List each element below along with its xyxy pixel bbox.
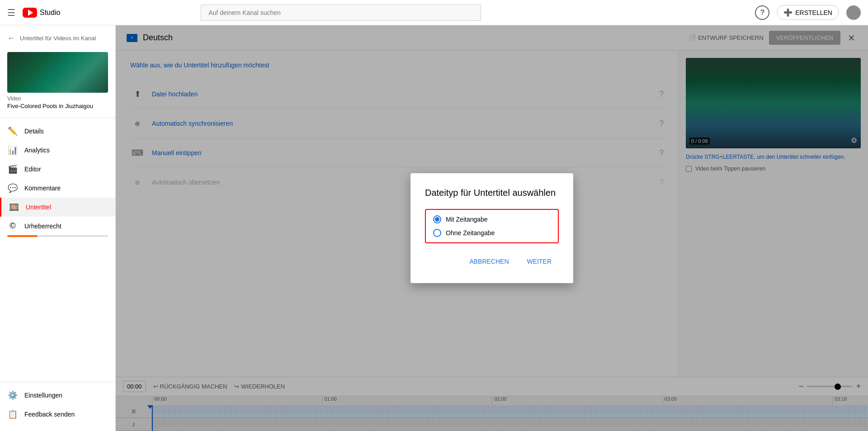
sidebar-progress-bar	[7, 235, 108, 237]
sidebar-progress-fill	[7, 235, 38, 237]
modal-dialog: Dateityp für Untertitel auswählen Mit Ze…	[410, 173, 573, 283]
sidebar-item-analytics[interactable]: 📊 Analytics	[0, 141, 115, 160]
modal-options-box: Mit Zeitangabe Ohne Zeitangabe	[425, 209, 559, 243]
sidebar: ← Untertitel für Videos im Kanal Video F…	[0, 25, 116, 431]
sidebar-item-label-urheberrecht: Urheberrecht	[24, 223, 61, 230]
urheberrecht-icon: ©️	[7, 221, 18, 231]
untertitel-icon: 🎞️	[9, 202, 19, 212]
sidebar-back-label: Untertitel für Videos im Kanal	[20, 35, 96, 42]
radio-mit-zeitangabe[interactable]: Mit Zeitangabe	[433, 215, 551, 223]
create-button[interactable]: ➕ ERSTELLEN	[777, 5, 839, 20]
radio-ohne-label: Ohne Zeitangabe	[446, 229, 495, 237]
sidebar-item-untertitel[interactable]: 🎞️ Untertitel	[0, 198, 115, 217]
back-arrow-icon: ←	[7, 33, 15, 43]
avatar[interactable]	[846, 5, 861, 20]
confirm-button[interactable]: WEITER	[520, 254, 559, 269]
sidebar-video-info: Video Five-Colored Pools in Jiuzhaigou	[0, 47, 115, 114]
sidebar-back-button[interactable]: ← Untertitel für Videos im Kanal	[0, 29, 115, 47]
radio-mit-circle	[433, 215, 441, 223]
radio-mit-inner	[435, 217, 439, 222]
modal-footer: ABBRECHEN WEITER	[425, 254, 559, 269]
sidebar-video-title: Five-Colored Pools in Jiuzhaigou	[7, 103, 108, 109]
sidebar-item-label-kommentare: Kommentare	[24, 185, 61, 192]
sidebar-item-label-editor: Editor	[24, 166, 41, 173]
radio-ohne-zeitangabe[interactable]: Ohne Zeitangabe	[433, 229, 551, 237]
radio-ohne-circle	[433, 229, 441, 237]
cancel-button[interactable]: ABBRECHEN	[462, 254, 516, 269]
sidebar-item-editor[interactable]: 🎬 Editor	[0, 160, 115, 179]
sidebar-item-label-untertitel: Untertitel	[26, 204, 51, 211]
sidebar-bottom: ⚙️ Einstellungen 📋 Feedback senden	[0, 382, 115, 427]
youtube-icon	[23, 8, 37, 18]
sidebar-item-kommentare[interactable]: 💬 Kommentare	[0, 179, 115, 198]
modal-overlay: Dateityp für Untertitel auswählen Mit Ze…	[116, 25, 868, 431]
sidebar-item-details[interactable]: ✏️ Details	[0, 122, 115, 141]
sidebar-thumbnail	[7, 52, 108, 93]
search-container	[201, 5, 481, 21]
sidebar-video-label: Video	[7, 95, 108, 102]
analytics-icon: 📊	[7, 145, 18, 155]
hamburger-icon[interactable]: ☰	[7, 7, 15, 18]
sidebar-item-label-details: Details	[24, 128, 44, 135]
search-input[interactable]	[201, 5, 481, 21]
nav-right: ? ➕ ERSTELLEN	[755, 5, 861, 20]
layout: ← Untertitel für Videos im Kanal Video F…	[0, 25, 868, 431]
sidebar-item-einstellungen[interactable]: ⚙️ Einstellungen	[0, 386, 115, 405]
feedback-icon: 📋	[7, 409, 18, 419]
radio-mit-label: Mit Zeitangabe	[446, 216, 488, 223]
details-icon: ✏️	[7, 126, 18, 136]
sidebar-item-label-einstellungen: Einstellungen	[24, 392, 62, 399]
create-label: ERSTELLEN	[795, 9, 832, 16]
sidebar-item-label-feedback: Feedback senden	[24, 411, 75, 418]
sidebar-item-urheberrecht[interactable]: ©️ Urheberrecht	[0, 217, 115, 235]
sidebar-divider-1	[0, 118, 115, 118]
studio-label: Studio	[40, 9, 60, 17]
help-button[interactable]: ?	[755, 5, 769, 20]
logo: Studio	[23, 8, 60, 18]
sidebar-item-feedback[interactable]: 📋 Feedback senden	[0, 405, 115, 424]
modal-title: Dateityp für Untertitel auswählen	[425, 188, 559, 198]
sidebar-item-label-analytics: Analytics	[24, 147, 50, 154]
kommentare-icon: 💬	[7, 183, 18, 193]
main-content: ≡ Deutsch 📄 ENTWURF SPEICHERN VERÖFFENTL…	[116, 25, 868, 431]
create-icon: ➕	[783, 8, 793, 17]
einstellungen-icon: ⚙️	[7, 390, 18, 400]
editor-icon: 🎬	[7, 164, 18, 174]
top-nav: ☰ Studio ? ➕ ERSTELLEN	[0, 0, 868, 25]
